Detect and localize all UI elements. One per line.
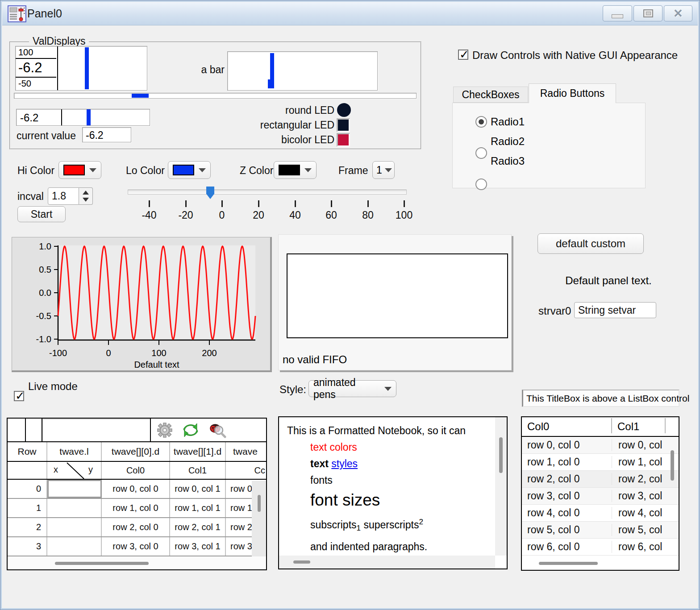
table-subheader[interactable]: Col0 bbox=[102, 462, 170, 479]
notebook-vscroll-thumb[interactable] bbox=[499, 437, 503, 473]
z-color-popup[interactable] bbox=[274, 161, 317, 179]
table-vscroll-thumb[interactable] bbox=[258, 495, 261, 512]
titlebox-text: This TitleBox is above a ListBox control bbox=[523, 393, 689, 404]
table-entry-line[interactable] bbox=[42, 419, 151, 441]
table-subheader[interactable]: Cc bbox=[226, 462, 266, 479]
list-item[interactable]: row 0, col 0row 0, col bbox=[522, 437, 679, 454]
list-item[interactable]: row 4, col 0row 4, col bbox=[522, 505, 679, 522]
listbox-vscroll-thumb[interactable] bbox=[671, 450, 674, 481]
tab-radio-buttons[interactable]: Radio Buttons bbox=[529, 83, 616, 103]
x-tick-label: 200 bbox=[202, 348, 217, 358]
close-button[interactable]: ✕ bbox=[664, 5, 692, 21]
row-number: 3 bbox=[8, 537, 47, 556]
current-value-display: -6.2 bbox=[82, 127, 131, 142]
x-tick-label: 0 bbox=[106, 348, 111, 358]
live-mode-checkbox[interactable]: ✓ bbox=[14, 391, 24, 401]
valdisplay-value: -6.2 bbox=[16, 58, 56, 78]
table-cell[interactable]: row 2, col 1 bbox=[170, 518, 226, 536]
lo-color-popup[interactable] bbox=[168, 161, 211, 179]
notebook-styles-link[interactable]: styles bbox=[331, 458, 358, 469]
radio2-button[interactable] bbox=[475, 147, 487, 159]
slider-thumb[interactable] bbox=[206, 187, 214, 199]
list-item[interactable]: row 5, col 0row 5, col bbox=[522, 522, 679, 539]
round-led-label: round LED bbox=[224, 104, 334, 116]
bicolor-led-label: bicolor LED bbox=[224, 134, 334, 146]
maximize-button[interactable] bbox=[633, 5, 662, 21]
tab-checkboxes[interactable]: CheckBoxes bbox=[453, 87, 528, 103]
table-col-header[interactable]: twave.l bbox=[47, 442, 102, 461]
slider-tick bbox=[404, 200, 405, 207]
list-item[interactable]: row 3, col 0row 3, col bbox=[522, 488, 679, 505]
slider-tick bbox=[367, 200, 369, 207]
selected-cell[interactable] bbox=[47, 480, 102, 498]
strvar0-field[interactable]: String setvar bbox=[574, 302, 656, 318]
list-item[interactable]: row 2, col 0row 2, col bbox=[522, 471, 679, 488]
radio3-button[interactable] bbox=[475, 178, 487, 190]
spin-up-icon bbox=[83, 191, 89, 195]
table-cell[interactable]: row 0, col 1 bbox=[170, 480, 226, 498]
table-cell[interactable]: row 1, col 1 bbox=[170, 499, 226, 517]
table-cell[interactable] bbox=[47, 537, 102, 556]
minimize-button[interactable] bbox=[603, 5, 632, 21]
notebook-fonts: fonts bbox=[310, 472, 493, 489]
listbox-hscroll-thumb[interactable] bbox=[539, 562, 598, 565]
strvar0-label: strvar0 bbox=[538, 305, 571, 317]
native-gui-checkbox[interactable]: ✓ bbox=[458, 50, 468, 60]
maximize-icon bbox=[643, 9, 653, 17]
radio1-label: Radio1 bbox=[491, 116, 525, 128]
z-color-swatch bbox=[279, 165, 300, 175]
hi-color-label: Hi Color bbox=[17, 165, 54, 177]
table-cell[interactable]: row 0, col 0 bbox=[102, 480, 170, 498]
tab-body: Radio1 Radio2 Radio3 bbox=[452, 103, 646, 188]
table-cell[interactable]: row 1, col 0 bbox=[102, 499, 170, 517]
table-cell[interactable] bbox=[47, 518, 102, 536]
table-col-header[interactable]: Row bbox=[8, 442, 47, 461]
incval-stepper[interactable] bbox=[79, 187, 93, 205]
valdisplay-scaled: 100 -6.2 -50 bbox=[15, 46, 147, 91]
table-cell[interactable] bbox=[47, 499, 102, 517]
col-resize-handle[interactable] bbox=[611, 418, 612, 433]
start-button[interactable]: Start bbox=[17, 206, 66, 222]
diag-y-label: y bbox=[88, 465, 93, 475]
listbox-col-header[interactable]: Col0 bbox=[522, 420, 611, 433]
style-popup[interactable]: animated pens bbox=[308, 380, 396, 397]
table-cell[interactable]: row 3, col 0 bbox=[102, 537, 170, 556]
col-resize-handle[interactable] bbox=[665, 418, 666, 433]
start-button-label: Start bbox=[31, 208, 53, 220]
superscript-digit: 2 bbox=[419, 518, 423, 526]
list-item[interactable]: row 6, col 0row 6, col bbox=[522, 539, 679, 556]
frame-label: Frame bbox=[338, 165, 368, 177]
gear-icon[interactable] bbox=[157, 423, 172, 438]
formatted-notebook[interactable]: This is a Formatted Notebook, so it can … bbox=[278, 416, 508, 569]
table-col-header[interactable]: twave bbox=[226, 442, 266, 461]
table-subheader[interactable]: Col1 bbox=[170, 462, 226, 479]
slider-track[interactable] bbox=[128, 190, 407, 195]
incval-field[interactable]: 1.8 bbox=[48, 187, 79, 205]
refresh-icon[interactable] bbox=[182, 423, 199, 438]
a-bar-indicator bbox=[270, 53, 274, 81]
table-cell[interactable]: row 2, col 0 bbox=[102, 518, 170, 536]
table-hscroll-thumb[interactable] bbox=[55, 562, 149, 565]
table-vscrollbar[interactable] bbox=[252, 481, 266, 556]
x-tickmarks bbox=[58, 340, 209, 345]
y-tick-label: 0.0 bbox=[39, 288, 51, 298]
listbox-vscrollbar[interactable] bbox=[667, 438, 678, 556]
table-col-header[interactable]: twave[][0].d bbox=[102, 442, 170, 461]
table-col-header[interactable]: twave[][1].d bbox=[170, 442, 226, 461]
notebook-hscrollbar[interactable] bbox=[279, 556, 495, 569]
slider-tick bbox=[185, 200, 187, 207]
list-item[interactable]: row 1, col 0row 1, col bbox=[522, 454, 679, 471]
default-custom-button[interactable]: default custom bbox=[538, 233, 644, 254]
thin-bar-indicator bbox=[132, 94, 149, 98]
frame-popup[interactable]: 1 bbox=[372, 161, 395, 179]
listbox-col-header[interactable]: Col1 bbox=[611, 420, 639, 433]
debug-search-icon[interactable] bbox=[209, 422, 227, 438]
notebook-sub-sup: subscripts1 superscripts2 bbox=[310, 512, 493, 539]
radio1-button[interactable] bbox=[475, 116, 487, 128]
table-hscrollbar[interactable] bbox=[8, 556, 266, 569]
notebook-hscroll-thumb[interactable] bbox=[293, 560, 310, 564]
table-cell[interactable]: row 3, col 1 bbox=[170, 537, 226, 556]
notebook-vscrollbar[interactable] bbox=[495, 417, 507, 556]
hi-color-popup[interactable] bbox=[58, 161, 101, 179]
listbox-hscrollbar[interactable] bbox=[522, 556, 679, 570]
